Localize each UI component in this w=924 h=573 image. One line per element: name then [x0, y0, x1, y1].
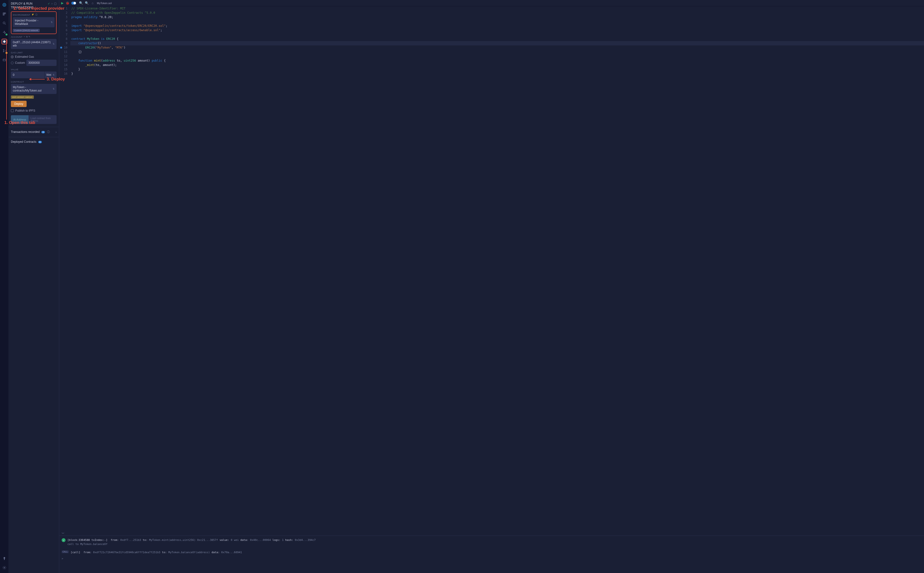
environment-label: ENVIRONMENT — [13, 14, 30, 16]
account-add-icon[interactable]: + — [24, 36, 25, 38]
home-tab-icon[interactable]: ⌂ — [92, 1, 94, 5]
svg-point-1 — [4, 4, 5, 6]
plugin-icon[interactable] — [2, 57, 7, 63]
svg-point-5 — [3, 22, 5, 24]
svg-rect-3 — [4, 13, 6, 14]
gas-custom-radio[interactable]: Custom — [11, 61, 25, 64]
account-label: ACCOUNT — [11, 36, 22, 38]
debug-icon[interactable]: 🐞 — [66, 1, 69, 5]
file-explorer-icon[interactable] — [2, 11, 7, 17]
panel-check-icon[interactable]: ✓ — [48, 2, 50, 6]
svg-point-7 — [3, 50, 4, 50]
svg-line-6 — [5, 23, 6, 24]
remix-logo-icon[interactable] — [2, 2, 7, 8]
account-sign-icon[interactable]: ✎ — [28, 36, 31, 38]
zoom-in-icon[interactable]: 🔍 — [85, 1, 89, 5]
environment-section: ENVIRONMENT ⚡ ⓘ Injected Provider - Meta… — [11, 11, 56, 34]
toggle-switch[interactable] — [71, 2, 76, 5]
debugger-icon[interactable] — [2, 48, 7, 54]
svg-point-8 — [3, 52, 4, 52]
account-copy-icon[interactable]: ⧉ — [26, 36, 28, 38]
gas-limit-label: GAS LIMIT — [11, 52, 56, 54]
call-badge: CALL — [62, 551, 69, 553]
editor-toolbar: ▶ 🐞 🔍 🔍 ⌂ MyToken.sol — [59, 0, 924, 6]
env-plug-icon[interactable]: ⚡ — [31, 13, 35, 16]
gas-custom-input[interactable]: 3000000 — [27, 59, 56, 66]
network-badge: Custom (23413) network — [13, 29, 40, 32]
panel-title: DEPLOY & RUN TRANSACTIONS — [11, 2, 48, 9]
tx-log-line: [block:3364588 txIndex:-] from: 0xdf7...… — [67, 538, 316, 546]
svg-rect-4 — [3, 14, 4, 16]
run-icon[interactable]: ▶ — [61, 1, 64, 5]
gas-estimated-radio[interactable]: Estimated Gas — [11, 55, 56, 58]
search-icon[interactable] — [2, 20, 7, 26]
terminal-prompt[interactable]: > — [62, 557, 922, 560]
deploy-button[interactable]: Deploy — [11, 101, 27, 107]
panel-next-icon[interactable]: › — [52, 2, 52, 6]
tx-success-icon: ✓ — [62, 538, 66, 542]
zoom-out-icon[interactable]: 🔍 — [79, 1, 83, 5]
deploy-panel: DEPLOY & RUN TRANSACTIONS ✓ › ▢ ENVIRONM… — [8, 0, 59, 573]
env-info-icon[interactable]: ⓘ — [35, 13, 38, 16]
at-address-input[interactable]: Load contract from Addres — [28, 115, 56, 124]
value-input[interactable]: 0 — [11, 72, 44, 78]
file-tab[interactable]: MyToken.sol — [96, 2, 113, 5]
svg-point-10 — [4, 567, 5, 568]
compiler-icon[interactable] — [2, 30, 7, 35]
panel-expand-icon[interactable]: ▢ — [54, 2, 56, 6]
deploy-run-icon[interactable] — [2, 39, 7, 44]
publish-ipfs-checkbox[interactable]: Publish to IPFS — [11, 109, 56, 112]
evm-version-badge: evm version: cancun — [11, 96, 34, 99]
svg-rect-9 — [3, 59, 6, 61]
value-label: VALUE — [11, 68, 56, 71]
value-unit-select[interactable]: Wei⇅ — [44, 72, 56, 78]
svg-point-0 — [3, 3, 6, 6]
settings-icon[interactable] — [2, 565, 7, 571]
icon-sidebar — [0, 0, 8, 573]
environment-select[interactable]: Injected Provider - MetaMask⇅ — [13, 17, 55, 27]
plugin-manager-icon[interactable] — [2, 556, 7, 561]
transactions-recorded-row[interactable]: Transactions recorded 0 ⓘ › — [11, 130, 56, 134]
deployed-contracts-row[interactable]: Deployed Contracts 0 — [11, 140, 56, 144]
contract-label: CONTRACT — [11, 81, 56, 83]
contract-select[interactable]: MyToken - contracts/MyToken.sol⇅ — [11, 84, 56, 94]
editor-area: ▶ 🐞 🔍 🔍 ⌂ MyToken.sol 2. Select injected… — [59, 0, 924, 573]
at-address-button[interactable]: At Address — [11, 115, 28, 124]
account-select[interactable]: 0xdf7...251b3 (44484.219971 eth⇅ — [11, 39, 56, 49]
call-log-line: [call] from: 0xdf721c726467be31fcd5940ca… — [71, 551, 242, 555]
svg-rect-2 — [3, 13, 4, 14]
code-editor[interactable]: 12345678910111213141516 // SPDX-License-… — [59, 6, 924, 535]
terminal[interactable]: ✓ [block:3364588 txIndex:-] from: 0xdf7.… — [59, 535, 924, 573]
